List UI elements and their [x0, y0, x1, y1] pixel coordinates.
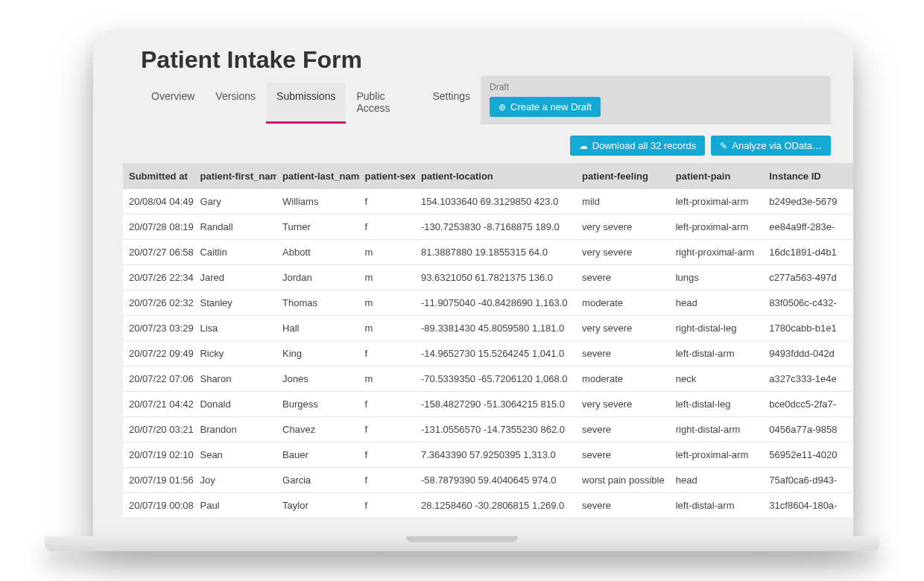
- cell-first: Gary: [194, 189, 276, 215]
- cell-id: a327c333-1e4e: [763, 366, 853, 392]
- cell-first: Sharon: [194, 366, 276, 392]
- cell-sex: f: [359, 493, 415, 518]
- cell-feeling: very severe: [576, 316, 670, 341]
- analyze-button[interactable]: ✎ Analyze via OData…: [711, 136, 831, 156]
- cell-feeling: moderate: [576, 366, 670, 392]
- cell-first: Brandon: [194, 417, 276, 442]
- tab-public-access[interactable]: Public Access: [346, 83, 422, 124]
- cell-pain: right-distal-leg: [670, 316, 764, 341]
- cell-first: Stanley: [194, 290, 276, 316]
- cell-location: 7.3643390 57.9250395 1,313.0: [415, 442, 576, 468]
- tab-versions[interactable]: Versions: [205, 83, 266, 124]
- column-header[interactable]: patient-feeling: [576, 163, 670, 189]
- cell-sex: f: [359, 468, 415, 493]
- cell-pain: head: [670, 468, 764, 493]
- draft-label: Draft: [490, 82, 822, 92]
- cell-feeling: severe: [576, 265, 670, 290]
- table-row[interactable]: 20/07/27 06:58CaitlinAbbottm81.3887880 1…: [123, 240, 853, 265]
- cell-location: -158.4827290 -51.3064215 815.0: [415, 392, 576, 417]
- cell-submitted: 20/07/20 03:21: [123, 417, 194, 442]
- cell-id: bce0dcc5-2fa7-: [763, 392, 853, 417]
- cell-sex: f: [359, 215, 415, 240]
- cell-last: Jordan: [276, 265, 359, 290]
- cell-location: -14.9652730 15.5264245 1,041.0: [415, 341, 576, 366]
- cell-feeling: severe: [576, 341, 670, 366]
- page-title: Patient Intake Form: [141, 46, 481, 74]
- table-row[interactable]: 20/07/20 03:21BrandonChavezf-131.0556570…: [123, 417, 853, 442]
- table-row[interactable]: 20/08/04 04:49GaryWilliamsf154.1033640 6…: [123, 189, 853, 215]
- cell-last: Garcia: [276, 468, 359, 493]
- column-header[interactable]: patient-pain: [670, 163, 764, 189]
- cell-first: Sean: [194, 442, 276, 468]
- cell-id: 75af0ca6-d943-: [763, 468, 853, 493]
- draft-panel: Draft ⊕ Create a new Draft: [481, 76, 831, 124]
- table-row[interactable]: 20/07/23 03:29LisaHallm-89.3381430 45.80…: [123, 316, 853, 341]
- cell-last: Taylor: [276, 493, 359, 518]
- cell-location: -11.9075040 -40.8428690 1,163.0: [415, 290, 576, 316]
- table-row[interactable]: 20/07/19 00:08PaulTaylorf28.1258460 -30.…: [123, 493, 853, 518]
- cell-first: Caitlin: [194, 240, 276, 265]
- cell-id: 1780cabb-b1e1: [763, 316, 853, 341]
- cell-submitted: 20/08/04 04:49: [123, 189, 194, 215]
- cell-location: -70.5339350 -65.7206120 1,068.0: [415, 366, 576, 392]
- column-header[interactable]: patient-location: [415, 163, 576, 189]
- laptop-base: [45, 536, 879, 551]
- download-cloud-icon: ☁: [579, 142, 588, 150]
- cell-feeling: severe: [576, 493, 670, 518]
- cell-location: -89.3381430 45.8059580 1,181.0: [415, 316, 576, 341]
- table-row[interactable]: 20/07/22 07:06SharonJonesm-70.5339350 -6…: [123, 366, 853, 392]
- plus-circle-icon: ⊕: [499, 103, 506, 112]
- cell-last: King: [276, 341, 359, 366]
- table-row[interactable]: 20/07/22 09:49RickyKingf-14.9652730 15.5…: [123, 341, 853, 366]
- cell-sex: f: [359, 341, 415, 366]
- cell-pain: left-distal-leg: [670, 392, 764, 417]
- table-header-row: Submitted atpatient-first_namepatient-la…: [123, 163, 853, 189]
- cell-first: Donald: [194, 392, 276, 417]
- cell-feeling: very severe: [576, 215, 670, 240]
- download-button[interactable]: ☁ Download all 32 records: [570, 136, 705, 156]
- cell-pain: right-proximal-arm: [670, 240, 764, 265]
- tab-overview[interactable]: Overview: [141, 83, 205, 124]
- cell-last: Hall: [276, 316, 359, 341]
- cell-feeling: mild: [576, 189, 670, 215]
- table-row[interactable]: 20/07/28 08:19RandallTurnerf-130.7253830…: [123, 215, 853, 240]
- cell-pain: left-distal-arm: [670, 341, 764, 366]
- cell-pain: left-proximal-arm: [670, 442, 764, 468]
- table-row[interactable]: 20/07/19 01:56JoyGarciaf-58.7879390 59.4…: [123, 468, 853, 493]
- cell-last: Thomas: [276, 290, 359, 316]
- tab-settings[interactable]: Settings: [422, 83, 481, 124]
- cell-submitted: 20/07/19 01:56: [123, 468, 194, 493]
- cell-sex: f: [359, 417, 415, 442]
- cell-location: 81.3887880 19.1855315 64.0: [415, 240, 576, 265]
- column-header[interactable]: patient-first_name: [194, 163, 276, 189]
- create-draft-button[interactable]: ⊕ Create a new Draft: [490, 97, 601, 117]
- header-left: Patient Intake Form OverviewVersionsSubm…: [141, 46, 481, 124]
- column-header[interactable]: patient-sex: [359, 163, 415, 189]
- cell-sex: f: [359, 189, 415, 215]
- cell-sex: m: [359, 316, 415, 341]
- table-row[interactable]: 20/07/26 02:32StanleyThomasm-11.9075040 …: [123, 290, 853, 316]
- table-row[interactable]: 20/07/26 22:34JaredJordanm93.6321050 61.…: [123, 265, 853, 290]
- cell-location: 93.6321050 61.7821375 136.0: [415, 265, 576, 290]
- cell-location: 154.1033640 69.3129850 423.0: [415, 189, 576, 215]
- cell-location: -131.0556570 -14.7355230 862.0: [415, 417, 576, 442]
- cell-location: 28.1258460 -30.2806815 1,269.0: [415, 493, 576, 518]
- column-header[interactable]: Submitted at: [123, 163, 194, 189]
- column-header[interactable]: Instance ID: [763, 163, 853, 189]
- cell-pain: left-distal-arm: [670, 493, 764, 518]
- tab-submissions[interactable]: Submissions: [266, 83, 346, 124]
- cell-last: Turner: [276, 215, 359, 240]
- cell-sex: f: [359, 392, 415, 417]
- cell-id: 9493fddd-042d: [763, 341, 853, 366]
- cell-first: Randall: [194, 215, 276, 240]
- cell-sex: m: [359, 366, 415, 392]
- table-row[interactable]: 20/07/19 02:10SeanBauerf7.3643390 57.925…: [123, 442, 853, 468]
- cell-first: Lisa: [194, 316, 276, 341]
- action-bar: ☁ Download all 32 records ✎ Analyze via …: [93, 124, 853, 163]
- table-row[interactable]: 20/07/21 04:42DonaldBurgessf-158.4827290…: [123, 392, 853, 417]
- column-header[interactable]: patient-last_name: [276, 163, 359, 189]
- cell-id: 83f0506c-c432-: [763, 290, 853, 316]
- cell-submitted: 20/07/23 03:29: [123, 316, 194, 341]
- cell-feeling: severe: [576, 442, 670, 468]
- submissions-table: Submitted atpatient-first_namepatient-la…: [123, 163, 853, 518]
